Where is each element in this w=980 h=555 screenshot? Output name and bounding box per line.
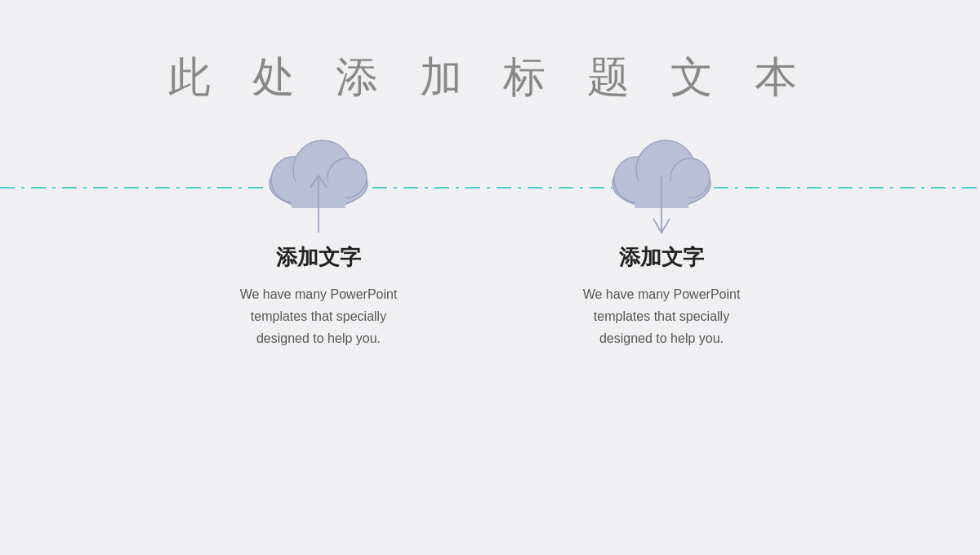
card-upload-title: 添加文字 <box>276 243 361 272</box>
card-download: 添加文字 We have many PowerPoint templates t… <box>572 131 751 350</box>
card-upload-text: We have many PowerPoint templates that s… <box>229 283 408 350</box>
cards-container: 添加文字 We have many PowerPoint templates t… <box>0 131 980 350</box>
card-download-title: 添加文字 <box>619 243 704 272</box>
card-download-text: We have many PowerPoint templates that s… <box>572 283 751 350</box>
cloud-download-container <box>596 131 727 229</box>
page-title: 此 处 添 加 标 题 文 本 <box>168 49 811 106</box>
cloud-upload-container <box>253 131 384 229</box>
arrow-down-icon <box>649 171 674 237</box>
card-upload: 添加文字 We have many PowerPoint templates t… <box>229 131 408 350</box>
slide: 此 处 添 加 标 题 文 本 <box>0 0 980 555</box>
arrow-up-icon <box>306 171 331 237</box>
